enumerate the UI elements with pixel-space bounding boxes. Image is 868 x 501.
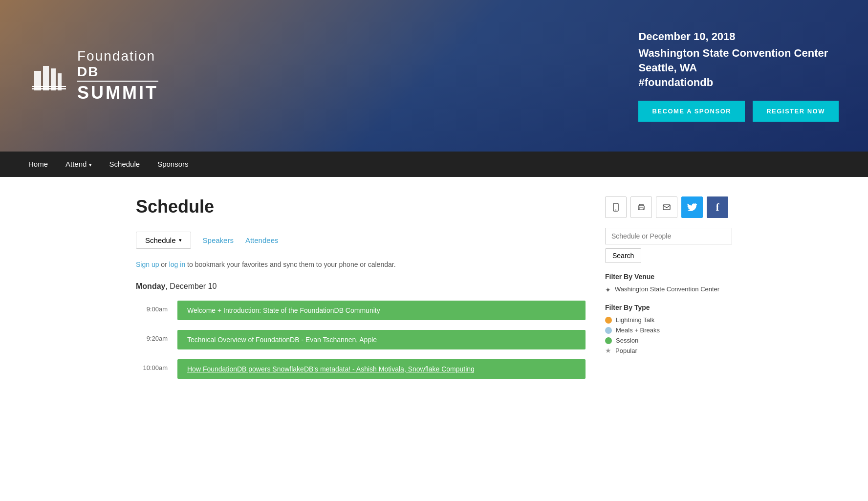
schedule-item-3: 10:00am How FoundationDB powers Snowflak… bbox=[136, 359, 586, 379]
hero-buttons: BECOME A SPONSOR REGISTER NOW bbox=[638, 101, 839, 122]
lightning-label: Lightning Talk bbox=[616, 316, 654, 324]
notice-or: or bbox=[159, 261, 169, 268]
venue-label: Washington State Convention Center bbox=[615, 285, 719, 293]
print-icon-btn[interactable] bbox=[630, 196, 652, 218]
type-session: Session bbox=[605, 337, 732, 344]
nav-schedule[interactable]: Schedule bbox=[101, 152, 149, 177]
signup-notice: Sign up or log in to bookmark your favor… bbox=[136, 261, 586, 268]
nav-attend-label: Attend bbox=[65, 160, 87, 168]
svg-rect-9 bbox=[639, 208, 643, 210]
nav-attend[interactable]: Attend ▾ bbox=[57, 152, 101, 177]
logo-foundation: Foundation bbox=[77, 48, 158, 64]
sidebar: f Search Filter By Venue ✦ Washington St… bbox=[605, 196, 732, 389]
nav-attend-arrow: ▾ bbox=[89, 162, 92, 168]
schedule-item: 9:00am Welcome + Introduction: State of … bbox=[136, 301, 586, 320]
svg-rect-4 bbox=[32, 88, 66, 89]
register-now-button[interactable]: REGISTER NOW bbox=[753, 101, 839, 122]
item-time-3: 10:00am bbox=[136, 359, 168, 371]
logo-text: Foundation DB SUMMIT bbox=[77, 48, 158, 103]
item-block-2[interactable]: Technical Overview of FoundationDB - Eva… bbox=[177, 330, 586, 349]
item-block-1[interactable]: Welcome + Introduction: State of the Fou… bbox=[177, 301, 586, 320]
tab-schedule[interactable]: Schedule ▾ bbox=[136, 232, 191, 249]
hero-right: December 10, 2018 Washington State Conve… bbox=[638, 30, 839, 122]
meals-label: Meals + Breaks bbox=[616, 327, 660, 334]
event-venue: Washington State Convention Center bbox=[638, 47, 839, 60]
day-header: Monday, December 10 bbox=[136, 282, 586, 291]
tab-schedule-arrow: ▾ bbox=[179, 237, 182, 243]
page-title: Schedule bbox=[136, 196, 586, 217]
notice-text: to bookmark your favorites and sync them… bbox=[185, 261, 395, 268]
venue-icon: ✦ bbox=[605, 286, 611, 294]
signup-link[interactable]: Sign up bbox=[136, 261, 159, 268]
search-input[interactable] bbox=[605, 228, 732, 244]
item-time-1: 9:00am bbox=[136, 301, 168, 313]
svg-point-7 bbox=[615, 210, 616, 211]
meals-dot bbox=[605, 327, 612, 334]
facebook-icon-btn[interactable]: f bbox=[707, 196, 728, 218]
mobile-icon-btn[interactable] bbox=[605, 196, 627, 218]
hero-section: Foundation DB SUMMIT December 10, 2018 W… bbox=[0, 0, 868, 152]
print-icon bbox=[636, 202, 646, 212]
type-meals: Meals + Breaks bbox=[605, 327, 732, 334]
login-link[interactable]: log in bbox=[169, 261, 185, 268]
become-sponsor-button[interactable]: BECOME A SPONSOR bbox=[638, 101, 745, 122]
logo-icon bbox=[29, 61, 68, 90]
svg-point-10 bbox=[639, 207, 640, 208]
tab-attendees[interactable]: Attendees bbox=[245, 236, 279, 244]
email-icon-btn[interactable] bbox=[656, 196, 677, 218]
schedule-item-2: 9:20am Technical Overview of FoundationD… bbox=[136, 330, 586, 349]
event-hashtag: #foundationdb bbox=[638, 76, 839, 89]
search-button[interactable]: Search bbox=[605, 248, 641, 263]
lightning-dot bbox=[605, 317, 612, 324]
session-dot bbox=[605, 337, 612, 344]
item-time-2: 9:20am bbox=[136, 330, 168, 342]
nav-home[interactable]: Home bbox=[20, 152, 57, 177]
main-content: Schedule Schedule ▾ Speakers Attendees S… bbox=[116, 177, 752, 389]
nav-bar: Home Attend ▾ Schedule Sponsors bbox=[0, 152, 868, 177]
tab-schedule-label: Schedule bbox=[145, 236, 176, 244]
filter-venue-title: Filter By Venue bbox=[605, 273, 732, 281]
filter-venue-section: Filter By Venue ✦ Washington State Conve… bbox=[605, 273, 732, 294]
svg-rect-11 bbox=[663, 205, 670, 210]
hero-left: Foundation DB SUMMIT bbox=[29, 48, 158, 103]
svg-rect-0 bbox=[34, 71, 41, 90]
session-label: Session bbox=[616, 337, 638, 344]
logo-summit: SUMMIT bbox=[77, 81, 158, 103]
sidebar-icons: f bbox=[605, 196, 732, 218]
svg-rect-3 bbox=[58, 73, 62, 90]
event-date: December 10, 2018 bbox=[638, 30, 839, 43]
mobile-icon bbox=[611, 202, 621, 212]
type-popular: ★ Popular bbox=[605, 347, 732, 354]
filter-type-section: Filter By Type Lightning Talk Meals + Br… bbox=[605, 304, 732, 354]
venue-item: ✦ Washington State Convention Center bbox=[605, 285, 732, 294]
item-block-3[interactable]: How FoundationDB powers SnowflakeDB's me… bbox=[177, 359, 586, 379]
day-date: , December 10 bbox=[165, 282, 217, 290]
logo-area: Foundation DB SUMMIT bbox=[29, 48, 158, 103]
popular-star-icon: ★ bbox=[605, 347, 611, 354]
day-name: Monday bbox=[136, 282, 165, 290]
content-area: Schedule Schedule ▾ Speakers Attendees S… bbox=[136, 196, 586, 389]
logo-db: DB bbox=[77, 64, 158, 80]
filter-type-title: Filter By Type bbox=[605, 304, 732, 311]
svg-rect-2 bbox=[51, 68, 56, 90]
schedule-tabs: Schedule ▾ Speakers Attendees bbox=[136, 232, 586, 249]
twitter-icon-btn[interactable] bbox=[681, 196, 703, 218]
email-icon bbox=[662, 202, 672, 212]
event-city: Seattle, WA bbox=[638, 62, 839, 74]
type-lightning: Lightning Talk bbox=[605, 316, 732, 324]
popular-label: Popular bbox=[615, 347, 637, 354]
tab-speakers[interactable]: Speakers bbox=[203, 236, 234, 244]
nav-sponsors[interactable]: Sponsors bbox=[149, 152, 197, 177]
facebook-icon: f bbox=[716, 202, 719, 213]
twitter-icon bbox=[687, 203, 697, 212]
